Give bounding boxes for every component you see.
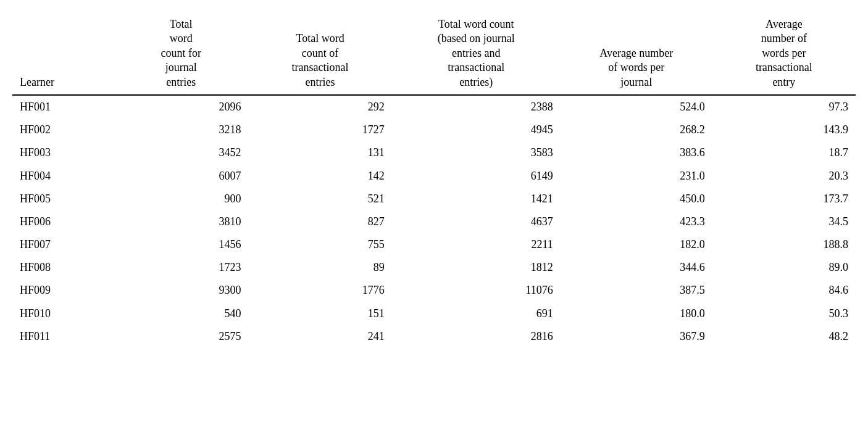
table-row: HF0081723891812344.689.0 xyxy=(12,256,856,279)
col-header-learner: Learner xyxy=(12,12,114,95)
journal-count-cell: 1723 xyxy=(114,256,249,279)
learner-cell: HF009 xyxy=(12,279,114,302)
table-row: HF002321817274945268.2143.9 xyxy=(12,118,856,141)
avg-journal-cell: 423.3 xyxy=(561,210,712,233)
transact-count-cell: 292 xyxy=(248,95,391,118)
table-row: HF0059005211421450.0173.7 xyxy=(12,188,856,210)
transact-count-cell: 1776 xyxy=(248,279,391,302)
transact-count-cell: 151 xyxy=(248,302,391,325)
avg-transact-cell: 18.7 xyxy=(712,141,856,164)
journal-count-cell: 6007 xyxy=(114,165,249,188)
learner-cell: HF004 xyxy=(12,165,114,188)
avg-journal-cell: 524.0 xyxy=(561,95,712,118)
total-count-cell: 691 xyxy=(392,302,561,325)
col-header-journal-count: Totalwordcount forjournalentries xyxy=(114,12,249,95)
learner-cell: HF008 xyxy=(12,256,114,279)
total-count-cell: 1421 xyxy=(392,188,561,210)
avg-transact-cell: 20.3 xyxy=(712,165,856,188)
col-header-avg-journal: Average numberof words perjournal xyxy=(561,12,712,95)
table-row: HF00460071426149231.020.3 xyxy=(12,165,856,188)
avg-journal-cell: 383.6 xyxy=(561,141,712,164)
journal-count-cell: 3810 xyxy=(114,210,249,233)
total-count-cell: 3583 xyxy=(392,141,561,164)
journal-count-cell: 900 xyxy=(114,188,249,210)
table-header-row: Learner Totalwordcount forjournalentries… xyxy=(12,12,856,95)
transact-count-cell: 241 xyxy=(248,325,391,348)
avg-transact-cell: 50.3 xyxy=(712,302,856,325)
transact-count-cell: 1727 xyxy=(248,118,391,141)
avg-journal-cell: 231.0 xyxy=(561,165,712,188)
avg-journal-cell: 450.0 xyxy=(561,188,712,210)
table-row: HF01125752412816367.948.2 xyxy=(12,325,856,348)
col-header-avg-transact: Averagenumber ofwords pertransactionalen… xyxy=(712,12,856,95)
table-row: HF00120962922388524.097.3 xyxy=(12,95,856,118)
avg-transact-cell: 188.8 xyxy=(712,233,856,256)
learner-cell: HF005 xyxy=(12,188,114,210)
journal-count-cell: 3452 xyxy=(114,141,249,164)
total-count-cell: 2388 xyxy=(392,95,561,118)
transact-count-cell: 827 xyxy=(248,210,391,233)
avg-journal-cell: 387.5 xyxy=(561,279,712,302)
table-container: Learner Totalwordcount forjournalentries… xyxy=(12,12,856,348)
journal-count-cell: 540 xyxy=(114,302,249,325)
table-row: HF0099300177611076387.584.6 xyxy=(12,279,856,302)
avg-journal-cell: 367.9 xyxy=(561,325,712,348)
avg-transact-cell: 48.2 xyxy=(712,325,856,348)
transact-count-cell: 89 xyxy=(248,256,391,279)
avg-transact-cell: 143.9 xyxy=(712,118,856,141)
transact-count-cell: 142 xyxy=(248,165,391,188)
journal-count-cell: 9300 xyxy=(114,279,249,302)
transact-count-cell: 755 xyxy=(248,233,391,256)
table-row: HF00638108274637423.334.5 xyxy=(12,210,856,233)
journal-count-cell: 1456 xyxy=(114,233,249,256)
col-header-total-count: Total word count(based on journalentries… xyxy=(392,12,561,95)
table-row: HF00714567552211182.0188.8 xyxy=(12,233,856,256)
table-row: HF010540151691180.050.3 xyxy=(12,302,856,325)
journal-count-cell: 2575 xyxy=(114,325,249,348)
avg-journal-cell: 182.0 xyxy=(561,233,712,256)
col-header-transact-count: Total wordcount oftransactionalentries xyxy=(248,12,391,95)
transact-count-cell: 521 xyxy=(248,188,391,210)
avg-journal-cell: 344.6 xyxy=(561,256,712,279)
total-count-cell: 2211 xyxy=(392,233,561,256)
avg-journal-cell: 180.0 xyxy=(561,302,712,325)
total-count-cell: 2816 xyxy=(392,325,561,348)
total-count-cell: 1812 xyxy=(392,256,561,279)
total-count-cell: 4945 xyxy=(392,118,561,141)
total-count-cell: 6149 xyxy=(392,165,561,188)
journal-count-cell: 3218 xyxy=(114,118,249,141)
data-table: Learner Totalwordcount forjournalentries… xyxy=(12,12,856,348)
avg-transact-cell: 97.3 xyxy=(712,95,856,118)
table-row: HF00334521313583383.618.7 xyxy=(12,141,856,164)
learner-cell: HF006 xyxy=(12,210,114,233)
avg-journal-cell: 268.2 xyxy=(561,118,712,141)
avg-transact-cell: 34.5 xyxy=(712,210,856,233)
avg-transact-cell: 89.0 xyxy=(712,256,856,279)
avg-transact-cell: 173.7 xyxy=(712,188,856,210)
learner-cell: HF002 xyxy=(12,118,114,141)
journal-count-cell: 2096 xyxy=(114,95,249,118)
transact-count-cell: 131 xyxy=(248,141,391,164)
learner-cell: HF011 xyxy=(12,325,114,348)
learner-cell: HF003 xyxy=(12,141,114,164)
total-count-cell: 4637 xyxy=(392,210,561,233)
learner-cell: HF007 xyxy=(12,233,114,256)
total-count-cell: 11076 xyxy=(392,279,561,302)
learner-cell: HF010 xyxy=(12,302,114,325)
learner-cell: HF001 xyxy=(12,95,114,118)
avg-transact-cell: 84.6 xyxy=(712,279,856,302)
